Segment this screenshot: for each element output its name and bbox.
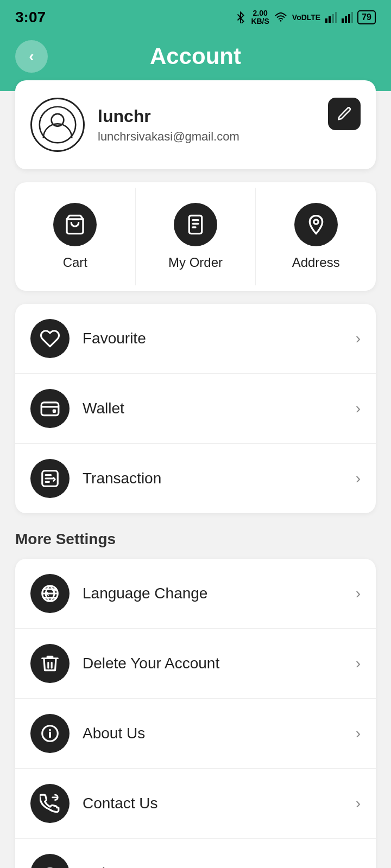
delete-icon-circle <box>30 644 70 683</box>
page-title: Account <box>150 43 241 69</box>
address-label: Address <box>292 255 340 270</box>
svg-rect-1 <box>325 18 327 23</box>
svg-rect-3 <box>332 14 334 23</box>
address-icon <box>305 214 327 235</box>
status-icons: 2.00KB/S VoDLTE 79 <box>235 9 376 26</box>
language-icon: A 文 <box>40 583 60 604</box>
contact-chevron: › <box>356 795 361 812</box>
transaction-icon <box>40 468 60 489</box>
profile-name: lunchr <box>98 106 361 126</box>
quick-actions: Cart My Order Address <box>15 182 376 291</box>
menu-card: Favourite › Wallet › Transaction › <box>15 304 376 513</box>
volte-indicator: VoDLTE <box>292 13 320 22</box>
help-label: Help & Support <box>83 865 356 868</box>
wallet-menu-item[interactable]: Wallet › <box>15 374 376 444</box>
help-icon-circle <box>30 854 70 868</box>
about-menu-item[interactable]: About Us › <box>15 699 376 769</box>
language-label: Language Change <box>83 585 356 602</box>
more-settings-title: More Settings <box>15 531 376 548</box>
svg-text:A: A <box>45 591 49 597</box>
svg-rect-18 <box>53 410 56 413</box>
profile-info: lunchr lunchrsivakasi@gmail.com <box>98 106 361 144</box>
svg-point-0 <box>280 20 281 22</box>
about-chevron: › <box>356 725 361 742</box>
about-icon-circle <box>30 714 70 753</box>
contact-icon <box>40 793 60 814</box>
delete-account-label: Delete Your Account <box>83 655 356 672</box>
svg-text:文: 文 <box>51 589 57 595</box>
wallet-icon-circle <box>30 389 70 428</box>
about-icon <box>40 723 60 744</box>
svg-rect-5 <box>342 18 344 23</box>
svg-rect-7 <box>348 14 350 23</box>
profile-email: lunchrsivakasi@gmail.com <box>98 130 361 144</box>
svg-rect-2 <box>329 16 331 23</box>
svg-rect-6 <box>345 16 347 23</box>
speed-indicator: 2.00KB/S <box>251 9 269 26</box>
help-chevron: › <box>356 865 361 868</box>
wallet-chevron: › <box>356 400 361 417</box>
address-icon-circle <box>294 203 338 246</box>
wallet-icon <box>40 398 60 419</box>
help-icon <box>40 863 60 868</box>
svg-rect-4 <box>335 12 337 23</box>
status-bar: 3:07 2.00KB/S VoDLTE <box>0 0 391 33</box>
transaction-label: Transaction <box>83 470 356 487</box>
cart-action[interactable]: Cart <box>15 188 136 285</box>
contact-icon-circle <box>30 784 70 823</box>
back-button[interactable]: ‹ <box>15 40 48 73</box>
cart-label: Cart <box>63 255 87 270</box>
transaction-chevron: › <box>356 470 361 487</box>
favourite-icon-circle <box>30 319 70 358</box>
delete-account-menu-item[interactable]: Delete Your Account › <box>15 629 376 699</box>
delete-account-chevron: › <box>356 655 361 672</box>
signal1-icon <box>325 12 337 23</box>
contact-menu-item[interactable]: Contact Us › <box>15 769 376 839</box>
order-action[interactable]: My Order <box>136 188 256 285</box>
transaction-icon-circle <box>30 459 70 498</box>
heart-icon <box>40 328 60 349</box>
order-icon <box>185 214 206 235</box>
back-arrow-icon: ‹ <box>29 48 34 65</box>
favourite-label: Favourite <box>83 330 356 347</box>
delete-icon <box>40 653 60 674</box>
bluetooth-icon <box>235 11 247 23</box>
address-action[interactable]: Address <box>256 188 376 285</box>
order-icon-circle <box>174 203 217 246</box>
language-menu-item[interactable]: A 文 Language Change › <box>15 559 376 629</box>
svg-rect-17 <box>41 403 59 416</box>
more-settings-card: A 文 Language Change › Delete Your Accoun… <box>15 559 376 868</box>
wallet-label: Wallet <box>83 400 356 417</box>
language-icon-circle: A 文 <box>30 574 70 613</box>
avatar <box>30 98 85 152</box>
signal2-icon <box>341 12 353 23</box>
svg-point-16 <box>314 220 318 224</box>
wifi-icon <box>274 11 288 23</box>
language-chevron: › <box>356 585 361 602</box>
transaction-menu-item[interactable]: Transaction › <box>15 444 376 513</box>
cart-icon-circle <box>53 203 97 246</box>
svg-point-28 <box>49 729 51 731</box>
contact-label: Contact Us <box>83 795 356 812</box>
status-time: 3:07 <box>15 9 46 26</box>
svg-rect-8 <box>351 12 353 23</box>
battery-indicator: 79 <box>357 10 376 24</box>
order-label: My Order <box>168 255 223 270</box>
svg-point-9 <box>40 107 76 143</box>
cart-icon <box>64 214 86 235</box>
favourite-menu-item[interactable]: Favourite › <box>15 304 376 374</box>
favourite-chevron: › <box>356 330 361 347</box>
about-label: About Us <box>83 725 356 742</box>
edit-profile-button[interactable] <box>328 98 361 130</box>
profile-card: lunchr lunchrsivakasi@gmail.com <box>15 80 376 169</box>
help-menu-item[interactable]: Help & Support › <box>15 839 376 868</box>
